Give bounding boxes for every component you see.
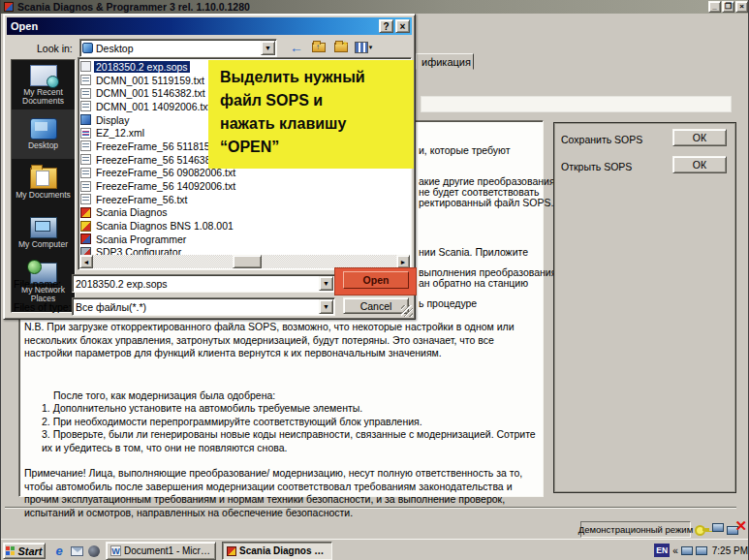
step-item: 2. При необходимости перепрограммируйте … (42, 416, 540, 429)
files-of-type-combobox[interactable]: Все файлы(*.*) ▼ (72, 297, 335, 316)
file-icon (80, 168, 91, 178)
body-text: N.B. При загрузке откорректированного фа… (24, 321, 540, 519)
info-strip (421, 96, 732, 112)
scroll-right-icon[interactable]: ► (396, 255, 410, 268)
horizontal-scrollbar[interactable]: ◄ ► (79, 255, 410, 268)
text-fragment: нии Scania. Приложите (419, 246, 528, 258)
restore-button[interactable]: ❐ (722, 1, 734, 13)
place-label: My Documents (16, 191, 71, 200)
file-label: Display (94, 114, 131, 126)
nb-paragraph: N.B. При загрузке откорректированного фа… (24, 321, 540, 360)
app-titlebar: Scania Diagnos & Programmer 3 rel. 1.10.… (1, 0, 749, 14)
place-icon (30, 217, 57, 238)
file-label: FreezeFrame_56.txt (94, 194, 190, 205)
tab-modification[interactable]: ификация (416, 53, 474, 70)
task-document1[interactable]: W Document1 - Microsoft ... (106, 542, 216, 560)
new-folder-icon[interactable]: ✶ (331, 39, 351, 56)
quicklaunch-media-icon[interactable] (86, 544, 102, 558)
file-label: DCMN_001 14092006.txt (94, 101, 213, 112)
views-icon[interactable]: ▾ (354, 39, 373, 56)
file-icon (80, 75, 91, 85)
up-folder-icon[interactable]: ↑ (309, 39, 328, 56)
network-disconnected-icon: ✕ (712, 520, 747, 539)
file-list-item[interactable]: Scania Diagnos (80, 206, 409, 220)
dialog-titlebar[interactable]: Open ? × (7, 17, 412, 35)
file-icon (80, 181, 91, 192)
file-name-combobox[interactable]: 2018350.2 exp.sops ▼ (72, 274, 335, 293)
save-sops-label: Сохранить SOPS (561, 134, 642, 145)
files-of-type-label: Files of type: (14, 301, 72, 313)
chevron-down-icon[interactable]: ▼ (319, 276, 333, 291)
place-item[interactable]: My Documents (12, 159, 75, 208)
file-icon (80, 233, 91, 244)
help-button[interactable]: ? (379, 19, 393, 33)
open-sops-label: Открыть SOPS (561, 161, 632, 172)
annotation-note: Выделить нужныйфайл SOPS инажать клавишу… (208, 60, 414, 169)
place-item[interactable]: Desktop (12, 109, 75, 159)
open-button[interactable]: Open (343, 271, 409, 289)
back-icon[interactable]: ← (287, 39, 306, 56)
annotation-line: файл SOPS и (220, 89, 414, 112)
file-list-item[interactable]: Scania Diagnos BNS 1.08.001 (80, 219, 409, 233)
tray-display-icon[interactable] (681, 546, 693, 555)
save-sops-ok-button[interactable]: ОК (672, 129, 727, 146)
file-name-value: 2018350.2 exp.sops (73, 278, 319, 290)
chevron-down-icon[interactable]: ▼ (261, 41, 275, 55)
steps-header: После того, как модернизация была одобре… (53, 389, 540, 403)
sops-action-panel: Сохранить SOPS ОК Открыть SOPS ОК (553, 122, 736, 493)
desktop-small-icon (82, 43, 93, 53)
scroll-left-icon[interactable]: ◄ (79, 255, 93, 268)
cancel-button[interactable]: Cancel (343, 297, 409, 314)
start-label: Start (17, 545, 42, 557)
resize-grip[interactable] (401, 305, 413, 317)
tray-chevron-icon[interactable]: « (672, 545, 678, 556)
taskbar: Start e W Document1 - Microsoft ... Scan… (1, 539, 749, 560)
file-list-item[interactable]: FreezeFrame_56 14092006.txt (80, 179, 409, 193)
look-in-combobox[interactable]: Desktop ▼ (79, 39, 277, 57)
file-label: Scania Diagnos (94, 206, 170, 218)
steps-list: 1. Дополнительно установите на автомобил… (42, 402, 540, 454)
scania-icon (227, 546, 236, 556)
look-in-label: Look in: (37, 43, 73, 54)
system-tray: EN « 7:25 PM (654, 542, 748, 559)
key-icon (694, 522, 710, 537)
start-button[interactable]: Start (3, 543, 46, 559)
dialog-toolbar: ← ↑ ✶ ▾ (287, 39, 373, 56)
places-bar: My Recent Documents Desktop My Documents… (11, 59, 76, 313)
task-scania-diagnos[interactable]: Scania Diagnos & Pro... (222, 542, 332, 560)
file-list-item[interactable]: Scania Programmer (80, 233, 409, 246)
file-label: Scania Programmer (94, 233, 188, 245)
close-button[interactable]: × (735, 1, 748, 13)
file-icon (80, 128, 91, 139)
text-fragment: и, которые требуют (419, 144, 511, 156)
tray-network-icon[interactable] (696, 546, 707, 555)
windows-flag-icon (6, 546, 15, 555)
place-item[interactable]: My Recent Documents (12, 60, 75, 109)
annotation-line: нажать клавишу (220, 112, 414, 136)
task-label: Scania Diagnos & Pro... (239, 545, 328, 556)
minimize-button[interactable]: _ (708, 1, 721, 13)
word-icon: W (110, 545, 121, 556)
file-label: DCMN_001 5146382.txt (94, 87, 207, 99)
text-fragment: ректированный файл SOPS. (419, 197, 553, 208)
text-fragment: ь процедуре (419, 297, 477, 309)
file-label: DCMN_001 5119159.txt (94, 75, 206, 86)
place-item[interactable]: My Computer (12, 208, 75, 258)
scroll-thumb[interactable] (233, 255, 262, 268)
window-divider (5, 507, 736, 509)
quicklaunch-mail-icon[interactable] (69, 544, 84, 558)
text-fragment: ан обратно на станцию (419, 277, 528, 289)
language-indicator[interactable]: EN (654, 544, 670, 557)
file-label: EZ_12.xml (94, 127, 146, 139)
close-dialog-button[interactable]: × (395, 19, 410, 33)
place-label: Desktop (28, 141, 58, 150)
open-sops-ok-button[interactable]: ОК (672, 156, 727, 173)
file-list-item[interactable]: FreezeFrame_56.txt (80, 193, 409, 206)
file-icon (80, 207, 91, 218)
chevron-down-icon[interactable]: ▼ (319, 299, 333, 314)
status-demo-mode: Демонстрационный режим (580, 521, 691, 538)
annotation-line: Выделить нужный (220, 66, 414, 89)
quicklaunch-ie-icon[interactable]: e (51, 544, 67, 558)
screen: Scania Diagnos & Programmer 3 rel. 1.10.… (0, 0, 749, 560)
annotation-line: “OPEN” (220, 136, 414, 159)
